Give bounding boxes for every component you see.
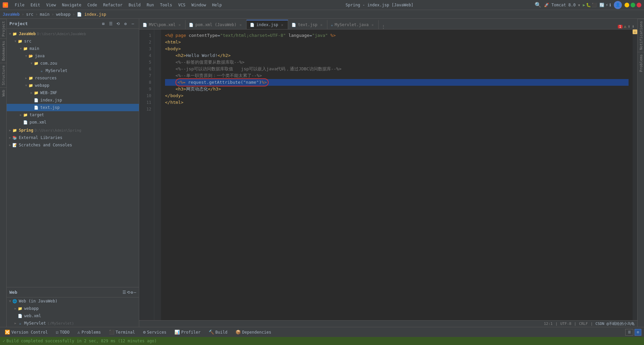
view-mode-btn[interactable]: ⊞ bbox=[635, 329, 641, 336]
maximize-button[interactable]: □ bbox=[631, 3, 635, 7]
project-collapse-all[interactable]: ☰ bbox=[107, 20, 114, 27]
menu-build[interactable]: Build bbox=[126, 2, 143, 8]
web-settings[interactable]: ⚙ bbox=[131, 290, 133, 295]
tree-item-src[interactable]: ▼ 📁 src bbox=[7, 38, 139, 45]
menu-window[interactable]: Window bbox=[189, 2, 209, 8]
btn-refresh[interactable]: 🔄 bbox=[599, 3, 604, 7]
web-scroll-to[interactable]: ⟲ bbox=[127, 290, 130, 295]
tree-item-externlibs[interactable]: ▶ 📚 External Libraries bbox=[7, 134, 139, 141]
tree-item-comzou[interactable]: ▼ 📁 com.zou bbox=[7, 60, 139, 67]
tree-item-java[interactable]: ▼ 📂 java bbox=[7, 52, 139, 60]
highlighted-expression: <%= request.getAttribute("name")%> bbox=[175, 78, 269, 86]
menu-code[interactable]: Code bbox=[85, 2, 100, 8]
right-notifications-toggle[interactable]: Notifications bbox=[638, 19, 644, 52]
tree-item-web-webapp[interactable]: ▶ 📁 webapp bbox=[7, 305, 139, 312]
toolbar-search[interactable]: 🔍 bbox=[535, 2, 541, 8]
collapse-icon[interactable]: ⬇ bbox=[632, 24, 635, 29]
tree-arrow-webapp: ▼ bbox=[24, 84, 28, 87]
web-close[interactable]: — bbox=[134, 290, 136, 295]
minimize-button[interactable]: — bbox=[625, 3, 629, 7]
todo-btn[interactable]: ☑ TODO bbox=[54, 329, 71, 335]
tree-item-scratches[interactable]: ▶ 📝 Scratches and Consoles bbox=[7, 141, 139, 149]
tree-item-pomxml[interactable]: 📄 pom.xml bbox=[7, 119, 139, 126]
sidebar-structure-toggle[interactable]: Structure bbox=[0, 63, 6, 87]
line-separator: CRLF bbox=[579, 322, 588, 326]
tab-pomxml[interactable]: 📄 pom.xml (JavaWeb) ✕ bbox=[185, 20, 247, 29]
dependencies-btn[interactable]: 📦 Dependencies bbox=[233, 329, 273, 335]
breadcrumb-item-2[interactable]: main bbox=[40, 12, 50, 17]
menu-navigate[interactable]: Navigate bbox=[59, 2, 84, 8]
tabs-overflow[interactable]: ⋮ bbox=[379, 24, 388, 29]
version-control-btn[interactable]: 🔀 Version Control bbox=[3, 329, 50, 335]
breadcrumb-item-1[interactable]: src bbox=[26, 12, 34, 17]
tab-indexjsp[interactable]: 📄 index.jsp ✕ bbox=[247, 20, 288, 29]
tree-item-web-xml[interactable]: 📄 web.xml bbox=[7, 312, 139, 320]
breadcrumb-item-4[interactable]: index.jsp bbox=[84, 12, 106, 17]
sidebar-web-toggle[interactable]: Web bbox=[0, 87, 6, 98]
project-scroll-to[interactable]: ⟲ bbox=[115, 20, 121, 27]
menu-help[interactable]: Help bbox=[209, 2, 224, 8]
tree-item-resources[interactable]: ▶ 📁 resources bbox=[7, 74, 139, 82]
menu-file[interactable]: File bbox=[12, 2, 27, 8]
project-close[interactable]: — bbox=[129, 20, 136, 27]
editor-mode-btn[interactable]: ☰ bbox=[625, 329, 633, 336]
breadcrumb-item-3[interactable]: webapp bbox=[56, 12, 70, 17]
problems-btn[interactable]: ⚠ Problems bbox=[75, 329, 103, 335]
run-config-dropdown[interactable]: ▼ bbox=[578, 3, 580, 7]
body-area: Project Bookmarks Structure Web Project … bbox=[0, 19, 644, 327]
right-problems-toggle[interactable]: Problems bbox=[638, 52, 644, 74]
tree-arrow-main: ▼ bbox=[19, 47, 23, 50]
tab-myservlet[interactable]: ☕ MyServlet.java ✕ bbox=[327, 20, 379, 29]
close-button[interactable]: ✕ bbox=[637, 3, 641, 7]
menu-refactor[interactable]: Refactor bbox=[100, 2, 125, 8]
breadcrumb-item-0[interactable]: JavaWeb bbox=[3, 12, 20, 17]
dep-label: Dependencies bbox=[242, 330, 271, 335]
tree-arrow-web-root: ▼ bbox=[8, 299, 12, 303]
btn-sync[interactable]: ⚡ bbox=[606, 3, 608, 7]
tab-close-4[interactable]: ✕ bbox=[370, 22, 375, 27]
menu-run[interactable]: Run bbox=[144, 2, 157, 8]
user-avatar[interactable]: 👤 bbox=[614, 1, 622, 9]
tree-item-spring[interactable]: ▶ 📁 Spring D:\Users\Admin\Spring bbox=[7, 127, 139, 134]
tab-mvcpomxml[interactable]: 📄 MVC\pom.xml ✕ bbox=[139, 20, 185, 29]
tree-item-main[interactable]: ▼ 📁 main bbox=[7, 45, 139, 52]
tree-label-main: main bbox=[30, 46, 39, 51]
sidebar-bookmarks-toggle[interactable]: Bookmarks bbox=[0, 39, 6, 63]
run-button[interactable]: ▶ bbox=[583, 3, 585, 7]
services-label: Services bbox=[147, 330, 166, 335]
breadcrumb: JavaWeb › src › main › webapp › 📄 index.… bbox=[0, 10, 644, 19]
tree-item-webapp[interactable]: ▼ 📁 webapp bbox=[7, 82, 139, 89]
run-config[interactable]: 🚀 Tomcat 8.0 ▼ bbox=[544, 3, 580, 7]
tab-close-1[interactable]: ✕ bbox=[238, 22, 243, 27]
tree-item-javaweb[interactable]: ▼ 📁 JavaWeb D:\Users\Admin\JavaWeb bbox=[7, 30, 139, 38]
web-collapse-all[interactable]: ☰ bbox=[122, 290, 126, 295]
debug-button[interactable]: 🐛 bbox=[586, 3, 591, 7]
menu-vcs[interactable]: VCS bbox=[175, 2, 188, 8]
tree-item-myservlet[interactable]: ☕ MyServlet bbox=[7, 67, 139, 74]
menu-edit[interactable]: Edit bbox=[28, 2, 43, 8]
stop-button[interactable]: ⬛ bbox=[592, 3, 597, 7]
tree-item-target[interactable]: ▶ 📁 target bbox=[7, 111, 139, 119]
tree-item-webinf[interactable]: ▶ 📁 WEB-INF bbox=[7, 89, 139, 96]
profiler-btn[interactable]: 📊 Profiler bbox=[172, 329, 203, 335]
menu-tools[interactable]: Tools bbox=[157, 2, 175, 8]
tree-item-web-root[interactable]: ▼ 🌐 Web (in JavaWeb) bbox=[7, 297, 139, 305]
btn-info[interactable]: ℹ bbox=[609, 3, 611, 7]
tab-close-0[interactable]: ✕ bbox=[177, 22, 182, 27]
tree-item-web-myservlet[interactable]: ▶ ☕ MyServlet (/MyServlet) bbox=[7, 320, 139, 327]
code-editor[interactable]: <%@ page contentType="text/html;charset=… bbox=[161, 29, 633, 320]
terminal-btn[interactable]: ⬛ Terminal bbox=[107, 329, 137, 335]
services-btn[interactable]: ⚙ Services bbox=[141, 329, 169, 335]
project-expand-all[interactable]: ⊞ bbox=[100, 20, 107, 27]
menu-view[interactable]: View bbox=[44, 2, 59, 8]
tab-close-3[interactable]: ✕ bbox=[319, 22, 324, 27]
expand-icon[interactable]: ⬆ bbox=[628, 24, 630, 29]
tab-close-2[interactable]: ✕ bbox=[280, 22, 284, 27]
tabs: 📄 MVC\pom.xml ✕ 📄 pom.xml (JavaWeb) ✕ 📄 … bbox=[139, 19, 637, 29]
sidebar-project-toggle[interactable]: Project bbox=[0, 19, 6, 39]
tab-textjsp[interactable]: 📄 text.jsp ✕ bbox=[288, 20, 327, 29]
tree-item-textjsp[interactable]: 📄 text.jsp bbox=[7, 104, 139, 111]
tree-item-indexjsp[interactable]: 📄 index.jsp bbox=[7, 96, 139, 104]
project-settings[interactable]: ⚙ bbox=[122, 20, 129, 27]
build-btn[interactable]: 🔨 Build bbox=[207, 329, 229, 335]
